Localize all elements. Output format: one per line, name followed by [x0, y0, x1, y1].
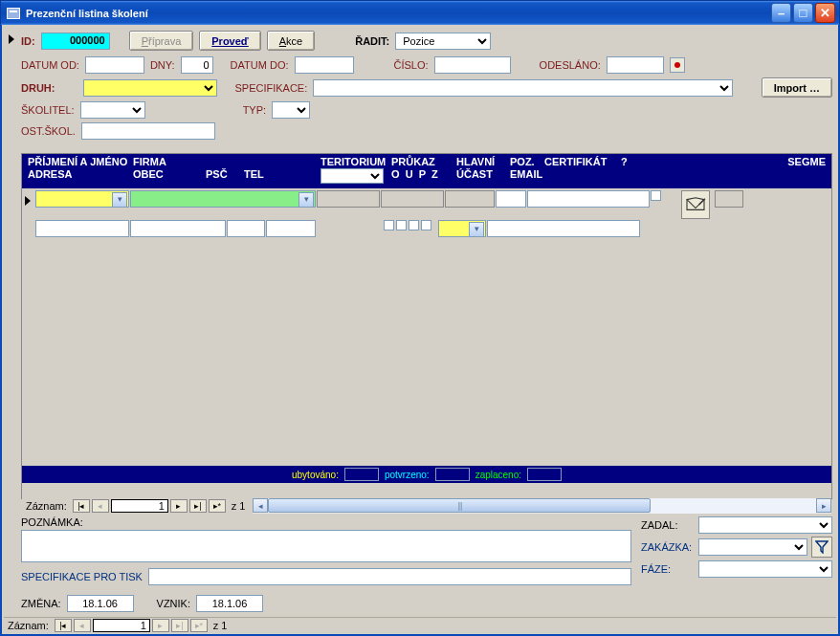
odeslano-label: ODESLÁNO:: [540, 59, 601, 71]
hscroll-track[interactable]: [651, 498, 816, 514]
zakazka-select[interactable]: [698, 538, 807, 556]
cell-firma[interactable]: [130, 190, 316, 208]
cell-hlavni[interactable]: [445, 190, 495, 208]
nav-of-sub: z 1: [232, 500, 246, 512]
chk-o[interactable]: [384, 220, 394, 230]
cell-certifikat[interactable]: [527, 190, 650, 208]
hscroll-right[interactable]: ▸: [816, 498, 831, 513]
filter-button[interactable]: [811, 537, 832, 558]
cell-tel[interactable]: [266, 220, 316, 237]
cell-poz[interactable]: [496, 190, 526, 208]
window-titlebar: Prezenční listina školení – □ ✕: [0, 0, 840, 25]
zadal-select[interactable]: [698, 516, 832, 534]
zmena-input[interactable]: [67, 595, 134, 612]
nav-first-sub[interactable]: |◂: [73, 499, 90, 513]
cell-qm-check[interactable]: [651, 190, 661, 201]
nav-next-main[interactable]: ▸: [152, 619, 169, 632]
spectisk-input[interactable]: [148, 568, 631, 585]
nav-num-main[interactable]: 1: [93, 619, 150, 632]
hdr-tel: TEL: [244, 168, 321, 180]
teritorium-filter[interactable]: [321, 168, 384, 184]
cell-prijmeni[interactable]: [35, 190, 129, 208]
typ-select[interactable]: [272, 101, 310, 119]
faze-select[interactable]: [698, 560, 832, 578]
specifikace-label: SPECIFIKACE:: [234, 82, 307, 94]
nav-new-sub[interactable]: ▸*: [209, 499, 226, 513]
close-button[interactable]: ✕: [815, 3, 835, 23]
hdr-qm: ?: [621, 156, 640, 167]
chk-u[interactable]: [396, 220, 407, 230]
hscroll-thumb[interactable]: [268, 498, 651, 513]
nav-first-main[interactable]: |◂: [55, 619, 72, 632]
priprava-button[interactable]: Příprava: [129, 31, 194, 51]
datum-od-input[interactable]: [85, 56, 144, 74]
skolitel-label: ŠKOLITEL:: [21, 104, 75, 116]
radit-select[interactable]: Pozice: [395, 33, 491, 50]
nav-of-main: z 1: [213, 620, 228, 631]
skolitel-select[interactable]: [80, 101, 145, 119]
cell-prukaz[interactable]: [381, 190, 444, 208]
proved-button[interactable]: Proveď: [199, 31, 260, 51]
radit-label: ŘADIT:: [355, 35, 389, 47]
cell-ucast[interactable]: [438, 220, 486, 237]
vznik-input[interactable]: [196, 595, 263, 612]
zaplaceno-value: [527, 468, 562, 481]
record-selector-main[interactable]: [6, 29, 19, 605]
cell-obec[interactable]: [130, 220, 226, 237]
maximize-button[interactable]: □: [793, 3, 813, 23]
id-label: ID:: [21, 35, 35, 47]
cislo-input[interactable]: [434, 56, 511, 74]
hdr-poz: POZ.: [510, 156, 544, 167]
minimize-button[interactable]: –: [771, 3, 791, 23]
nav-prev-main[interactable]: ◂: [74, 619, 91, 632]
record-selector-sub[interactable]: [22, 188, 35, 498]
akce-button[interactable]: Akce: [267, 31, 315, 51]
cell-segme[interactable]: [715, 190, 743, 208]
hdr-adresa: ADRESA: [28, 168, 133, 180]
hscroll-left[interactable]: ◂: [253, 498, 268, 513]
grid-header: PŘÍJMENÍ A JMÉNO ADRESA FIRMA OBEC PSČ T…: [22, 154, 831, 188]
dny-input[interactable]: [181, 56, 213, 74]
datum-do-input[interactable]: [295, 56, 354, 74]
mail-action-button[interactable]: [681, 190, 710, 219]
zadal-label: ZADAL:: [641, 519, 695, 531]
poznamka-input[interactable]: [21, 530, 631, 562]
nav-prev-sub[interactable]: ◂: [92, 499, 109, 513]
attendees-subform: PŘÍJMENÍ A JMÉNO ADRESA FIRMA OBEC PSČ T…: [21, 153, 832, 499]
odeslano-action-button[interactable]: [670, 57, 685, 73]
cell-psc[interactable]: [227, 220, 265, 237]
id-field[interactable]: 000000: [41, 33, 110, 50]
ubytovano-value: [344, 468, 379, 481]
chk-p[interactable]: [409, 220, 419, 230]
potvrzeno-label: potvrzeno:: [385, 470, 430, 480]
hdr-segme: SEGME: [640, 156, 826, 167]
odeslano-input[interactable]: [607, 56, 664, 74]
nav-new-main[interactable]: ▸*: [190, 619, 208, 632]
window-title: Prezenční listina školení: [26, 8, 771, 19]
hdr-hlavni: HLAVNÍ: [456, 156, 510, 167]
recnav-main: Záznam: |◂ ◂ 1 ▸ ▸| ▸* z 1: [4, 617, 836, 632]
poznamka-label: POZNÁMKA:: [21, 516, 83, 528]
hdr-certifikat: CERTIFIKÁT: [544, 156, 621, 167]
cell-email[interactable]: [487, 220, 640, 237]
datum-od-label: DATUM OD:: [21, 59, 79, 71]
zmena-label: ZMĚNA:: [21, 598, 61, 609]
nav-num-sub[interactable]: 1: [111, 499, 168, 513]
import-button[interactable]: Import …: [762, 77, 832, 98]
nav-last-main[interactable]: ▸|: [171, 619, 188, 632]
druh-select[interactable]: [83, 79, 217, 97]
nav-next-sub[interactable]: ▸: [170, 499, 188, 513]
vznik-label: VZNIK:: [157, 598, 190, 609]
cell-teritorium[interactable]: [317, 190, 380, 208]
hdr-firma: FIRMA: [133, 156, 206, 167]
recnav-main-label: Záznam:: [8, 620, 49, 631]
cell-adresa[interactable]: [35, 220, 129, 237]
nav-last-sub[interactable]: ▸|: [189, 499, 207, 513]
dny-label: DNY:: [150, 59, 175, 71]
chk-z[interactable]: [421, 220, 431, 230]
hdr-prijmeni: PŘÍJMENÍ A JMÉNO: [28, 156, 133, 167]
recnav-sub-label: Záznam:: [26, 500, 67, 512]
specifikace-select[interactable]: [313, 79, 732, 97]
hdr-obec: OBEC: [133, 168, 206, 180]
ostskol-input[interactable]: [81, 122, 215, 140]
